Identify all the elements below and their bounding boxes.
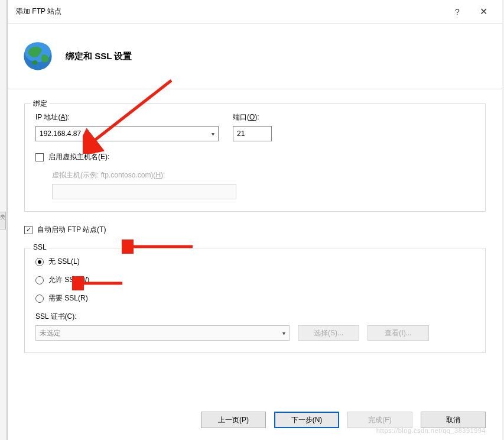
- content-area: 绑定 IP 地址(A): 192.168.4.87 ▾ 端口(O): 启用虚拟主…: [8, 103, 502, 353]
- auto-start-checkbox[interactable]: [24, 226, 32, 234]
- auto-start-label: 自动启动 FTP 站点(T): [37, 225, 106, 235]
- left-edge-bar: 类: [0, 0, 7, 440]
- vhost-checkbox-label: 启用虚拟主机名(E):: [48, 152, 109, 162]
- ssl-legend: SSL: [31, 243, 49, 251]
- ip-label: IP 地址(A):: [35, 112, 219, 122]
- auto-start-row[interactable]: 自动启动 FTP 站点(T): [24, 225, 486, 235]
- window-title: 添加 FTP 站点: [16, 7, 444, 17]
- vhost-checkbox[interactable]: [35, 153, 44, 161]
- ssl-cert-value: 未选定: [40, 328, 61, 338]
- vhost-block: 虚拟主机(示例: ftp.contoso.com)(H):: [35, 170, 474, 199]
- dialog-footer: 上一页(P) 下一步(N) 完成(F) 取消: [201, 412, 486, 428]
- dialog-window: 添加 FTP 站点 ? ✕ 绑定和 SSL 设置 绑定 IP 地址(A): 19…: [7, 0, 502, 440]
- port-field: 端口(O):: [233, 112, 272, 141]
- ssl-require-radio[interactable]: [35, 295, 44, 303]
- vhost-checkbox-row[interactable]: 启用虚拟主机名(E):: [35, 152, 474, 162]
- ip-field: IP 地址(A): 192.168.4.87 ▾: [35, 112, 219, 141]
- ssl-allow-radio[interactable]: [35, 276, 44, 284]
- left-side-tab: 类: [0, 212, 6, 229]
- binding-legend: 绑定: [31, 99, 50, 109]
- ssl-cert-label: SSL 证书(C):: [35, 312, 474, 322]
- view-cert-button: 查看(I)...: [368, 325, 429, 341]
- ssl-allow-row[interactable]: 允许 SSL(W): [35, 275, 474, 285]
- port-input[interactable]: [233, 126, 272, 141]
- ssl-none-label: 无 SSL(L): [48, 257, 80, 267]
- ssl-fieldset: SSL 无 SSL(L) 允许 SSL(W) 需要 SSL(R) SSL 证书(…: [24, 248, 486, 353]
- vhost-label: 虚拟主机(示例: ftp.contoso.com)(H):: [52, 170, 474, 180]
- vhost-input: [52, 184, 236, 199]
- ssl-none-row[interactable]: 无 SSL(L): [35, 257, 474, 267]
- watermark: https://blog.csdn.net/qq_38391994: [376, 427, 486, 434]
- ssl-require-label: 需要 SSL(R): [48, 293, 88, 303]
- select-cert-button: 选择(S)...: [298, 325, 359, 341]
- next-button[interactable]: 下一步(N): [274, 412, 339, 428]
- ssl-none-radio[interactable]: [35, 258, 44, 266]
- finish-button: 完成(F): [347, 412, 412, 428]
- close-button[interactable]: ✕: [470, 2, 496, 21]
- ip-value: 192.168.4.87: [40, 130, 81, 138]
- ssl-allow-label: 允许 SSL(W): [48, 275, 89, 285]
- port-label: 端口(O):: [233, 112, 272, 122]
- header-divider: [8, 89, 502, 89]
- ssl-require-row[interactable]: 需要 SSL(R): [35, 293, 474, 303]
- chevron-down-icon: ▾: [212, 131, 214, 137]
- prev-button[interactable]: 上一页(P): [201, 412, 266, 428]
- ssl-cert-combo: 未选定 ▾: [35, 325, 290, 341]
- titlebar: 添加 FTP 站点 ? ✕: [8, 0, 502, 24]
- binding-fieldset: 绑定 IP 地址(A): 192.168.4.87 ▾ 端口(O): 启用虚拟主…: [24, 103, 486, 212]
- chevron-down-icon: ▾: [282, 330, 285, 337]
- page-title: 绑定和 SSL 设置: [66, 51, 132, 62]
- help-button[interactable]: ?: [444, 2, 470, 21]
- globe-icon: [22, 40, 54, 72]
- cancel-button[interactable]: 取消: [421, 412, 486, 428]
- dialog-header: 绑定和 SSL 设置: [8, 24, 502, 89]
- ip-address-combo[interactable]: 192.168.4.87 ▾: [35, 126, 219, 141]
